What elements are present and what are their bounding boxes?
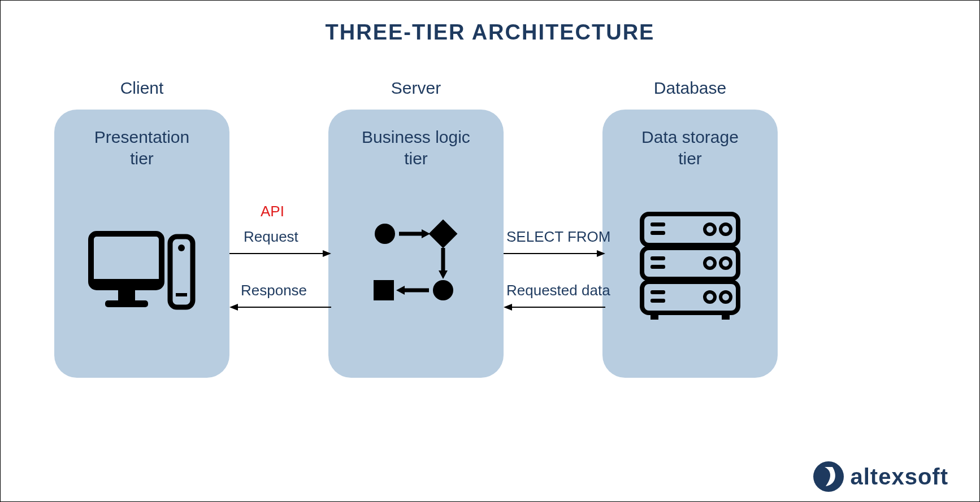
- svg-point-5: [178, 245, 185, 251]
- arrow-left-icon: [229, 302, 331, 313]
- svg-marker-37: [229, 304, 238, 311]
- svg-rect-3: [105, 300, 148, 307]
- svg-rect-33: [722, 313, 730, 320]
- svg-rect-6: [176, 293, 187, 296]
- svg-rect-24: [651, 256, 665, 260]
- svg-point-26: [705, 258, 715, 268]
- svg-point-27: [721, 258, 731, 268]
- diagram-canvas: Client Server Database Presentation tier…: [1, 45, 979, 474]
- svg-point-23: [721, 224, 731, 234]
- arrow-right-icon: [229, 248, 331, 259]
- svg-rect-25: [651, 265, 665, 269]
- arrow-label-request: Request: [244, 228, 298, 246]
- computer-icon: [85, 228, 198, 318]
- tier-inner-label-client: Presentation tier: [54, 126, 229, 169]
- svg-point-22: [705, 224, 715, 234]
- svg-rect-18: [642, 248, 738, 279]
- tier-inner-label-database: Data storage tier: [602, 126, 778, 169]
- svg-rect-32: [651, 313, 658, 320]
- diagram-title: THREE-TIER ARCHITECTURE: [1, 1, 979, 45]
- svg-point-31: [721, 292, 731, 302]
- arrow-label-requested-data: Requested data: [506, 282, 610, 299]
- tier-box-database: Data storage tier: [602, 110, 778, 378]
- svg-rect-28: [651, 290, 665, 294]
- svg-point-7: [375, 224, 395, 244]
- tier-outer-label-client: Client: [54, 78, 229, 98]
- svg-rect-1: [91, 279, 162, 287]
- svg-marker-41: [504, 304, 512, 311]
- svg-rect-17: [642, 214, 738, 245]
- svg-marker-39: [597, 250, 605, 257]
- svg-rect-29: [651, 299, 665, 303]
- arrow-label-select: SELECT FROM: [506, 228, 610, 246]
- svg-point-13: [433, 280, 453, 300]
- svg-marker-12: [439, 270, 448, 279]
- arrow-label-response: Response: [241, 282, 307, 299]
- arrow-left-icon: [504, 302, 605, 313]
- svg-marker-15: [396, 286, 405, 295]
- svg-marker-35: [323, 250, 331, 257]
- svg-rect-21: [651, 231, 665, 235]
- svg-rect-16: [374, 280, 394, 300]
- flowchart-icon: [368, 217, 464, 313]
- brand-logo: altexsoft: [812, 460, 949, 493]
- brand-logo-text: altexsoft: [851, 464, 949, 490]
- arrow-right-icon: [504, 248, 605, 259]
- altexsoft-logo-icon: [812, 460, 845, 493]
- tier-inner-label-server: Business logic tier: [328, 126, 504, 169]
- svg-rect-19: [642, 282, 738, 313]
- server-rack-icon: [636, 208, 744, 324]
- api-label: API: [261, 203, 284, 220]
- tier-outer-label-server: Server: [328, 78, 504, 98]
- tier-outer-label-database: Database: [602, 78, 778, 98]
- svg-point-30: [705, 292, 715, 302]
- svg-rect-10: [429, 220, 458, 248]
- svg-point-42: [813, 461, 844, 492]
- tier-box-server: Business logic tier: [328, 110, 504, 378]
- svg-rect-20: [651, 222, 665, 226]
- tier-box-client: Presentation tier: [54, 110, 229, 378]
- svg-rect-2: [118, 287, 135, 302]
